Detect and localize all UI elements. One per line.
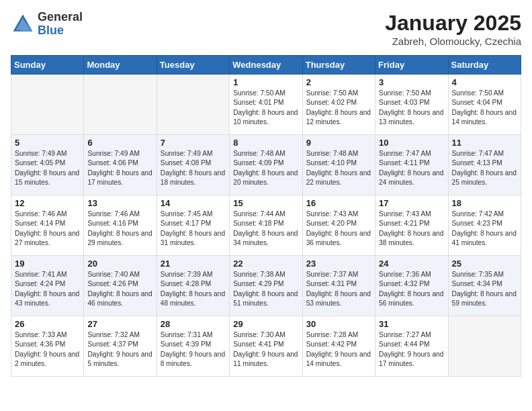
calendar-cell: 29Sunrise: 7:30 AMSunset: 4:41 PMDayligh… [230,316,302,377]
weekday-header: Sunday [11,56,84,75]
day-info: Sunrise: 7:32 AMSunset: 4:37 PMDaylight:… [87,330,152,369]
calendar-week-row: 19Sunrise: 7:41 AMSunset: 4:24 PMDayligh… [11,256,521,316]
day-number: 26 [15,319,80,329]
day-number: 25 [452,259,517,269]
day-info: Sunrise: 7:47 AMSunset: 4:11 PMDaylight:… [379,149,444,187]
day-number: 24 [379,259,444,269]
day-info: Sunrise: 7:49 AMSunset: 4:08 PMDaylight:… [161,149,226,187]
day-number: 16 [306,198,371,208]
calendar-cell: 19Sunrise: 7:41 AMSunset: 4:24 PMDayligh… [11,256,84,316]
day-info: Sunrise: 7:50 AMSunset: 4:03 PMDaylight:… [379,89,444,127]
day-number: 11 [452,138,517,148]
calendar-cell [157,75,229,135]
calendar-cell: 2Sunrise: 7:50 AMSunset: 4:02 PMDaylight… [302,75,375,135]
calendar-cell: 21Sunrise: 7:39 AMSunset: 4:28 PMDayligh… [157,256,229,316]
day-number: 22 [233,259,298,269]
day-info: Sunrise: 7:50 AMSunset: 4:04 PMDaylight:… [452,89,517,127]
day-number: 14 [161,198,226,208]
day-number: 10 [379,138,444,148]
day-number: 2 [306,77,371,87]
calendar-cell [11,75,84,135]
day-info: Sunrise: 7:35 AMSunset: 4:34 PMDaylight:… [452,270,517,308]
weekday-header: Friday [375,56,448,75]
weekday-header: Saturday [448,56,521,75]
calendar-week-row: 12Sunrise: 7:46 AMSunset: 4:14 PMDayligh… [11,195,521,256]
day-info: Sunrise: 7:30 AMSunset: 4:41 PMDaylight:… [233,330,298,369]
day-info: Sunrise: 7:49 AMSunset: 4:06 PMDaylight:… [87,149,152,187]
logo-general: General [38,11,83,24]
day-number: 1 [233,77,298,87]
day-info: Sunrise: 7:28 AMSunset: 4:42 PMDaylight:… [306,330,371,369]
calendar-cell: 14Sunrise: 7:45 AMSunset: 4:17 PMDayligh… [157,195,229,256]
day-info: Sunrise: 7:49 AMSunset: 4:05 PMDaylight:… [15,149,80,187]
day-number: 4 [452,77,517,87]
calendar-cell: 18Sunrise: 7:42 AMSunset: 4:23 PMDayligh… [448,195,521,256]
calendar-cell: 12Sunrise: 7:46 AMSunset: 4:14 PMDayligh… [11,195,84,256]
day-number: 17 [379,198,444,208]
day-info: Sunrise: 7:45 AMSunset: 4:17 PMDaylight:… [161,210,226,248]
calendar-cell: 28Sunrise: 7:31 AMSunset: 4:39 PMDayligh… [157,316,229,377]
day-number: 12 [15,198,80,208]
day-number: 21 [161,259,226,269]
day-number: 30 [306,319,371,329]
day-number: 31 [379,319,444,329]
calendar-cell: 3Sunrise: 7:50 AMSunset: 4:03 PMDaylight… [375,75,448,135]
calendar-cell: 7Sunrise: 7:49 AMSunset: 4:08 PMDaylight… [157,135,229,195]
weekday-header: Wednesday [230,56,302,75]
day-info: Sunrise: 7:42 AMSunset: 4:23 PMDaylight:… [452,210,517,248]
day-info: Sunrise: 7:50 AMSunset: 4:01 PMDaylight:… [233,89,298,127]
calendar-cell: 15Sunrise: 7:44 AMSunset: 4:18 PMDayligh… [230,195,302,256]
day-number: 23 [306,259,371,269]
day-info: Sunrise: 7:31 AMSunset: 4:39 PMDaylight:… [161,330,226,369]
day-number: 13 [87,198,152,208]
day-number: 27 [87,319,152,329]
calendar-cell: 10Sunrise: 7:47 AMSunset: 4:11 PMDayligh… [375,135,448,195]
calendar-cell: 5Sunrise: 7:49 AMSunset: 4:05 PMDaylight… [11,135,84,195]
day-number: 7 [161,138,226,148]
month-title: January 2025 [385,11,521,36]
calendar-cell: 17Sunrise: 7:43 AMSunset: 4:21 PMDayligh… [375,195,448,256]
logo-icon [11,12,35,36]
calendar-cell: 31Sunrise: 7:27 AMSunset: 4:44 PMDayligh… [375,316,448,377]
day-info: Sunrise: 7:38 AMSunset: 4:29 PMDaylight:… [233,270,298,308]
calendar-cell: 6Sunrise: 7:49 AMSunset: 4:06 PMDaylight… [84,135,157,195]
logo: General Blue [11,11,83,38]
title-area: January 2025 Zabreh, Olomoucky, Czechia [385,11,521,47]
day-info: Sunrise: 7:43 AMSunset: 4:21 PMDaylight:… [379,210,444,248]
day-info: Sunrise: 7:43 AMSunset: 4:20 PMDaylight:… [306,210,371,248]
weekday-header: Monday [84,56,157,75]
day-number: 20 [87,259,152,269]
calendar-week-row: 26Sunrise: 7:33 AMSunset: 4:36 PMDayligh… [11,316,521,377]
day-number: 28 [161,319,226,329]
day-info: Sunrise: 7:50 AMSunset: 4:02 PMDaylight:… [306,89,371,127]
calendar-cell [84,75,157,135]
calendar-cell: 20Sunrise: 7:40 AMSunset: 4:26 PMDayligh… [84,256,157,316]
calendar-cell: 25Sunrise: 7:35 AMSunset: 4:34 PMDayligh… [448,256,521,316]
day-info: Sunrise: 7:47 AMSunset: 4:13 PMDaylight:… [452,149,517,187]
day-info: Sunrise: 7:48 AMSunset: 4:10 PMDaylight:… [306,149,371,187]
day-number: 8 [233,138,298,148]
day-info: Sunrise: 7:36 AMSunset: 4:32 PMDaylight:… [379,270,444,308]
day-number: 9 [306,138,371,148]
day-info: Sunrise: 7:33 AMSunset: 4:36 PMDaylight:… [15,330,80,369]
day-info: Sunrise: 7:46 AMSunset: 4:16 PMDaylight:… [87,210,152,248]
day-info: Sunrise: 7:41 AMSunset: 4:24 PMDaylight:… [15,270,80,308]
day-info: Sunrise: 7:40 AMSunset: 4:26 PMDaylight:… [87,270,152,308]
weekday-header-row: SundayMondayTuesdayWednesdayThursdayFrid… [11,56,521,75]
day-number: 3 [379,77,444,87]
calendar-cell: 30Sunrise: 7:28 AMSunset: 4:42 PMDayligh… [302,316,375,377]
logo-blue: Blue [38,24,83,38]
weekday-header: Tuesday [157,56,229,75]
calendar-week-row: 1Sunrise: 7:50 AMSunset: 4:01 PMDaylight… [11,75,521,135]
day-number: 18 [452,198,517,208]
calendar-cell: 4Sunrise: 7:50 AMSunset: 4:04 PMDaylight… [448,75,521,135]
day-info: Sunrise: 7:48 AMSunset: 4:09 PMDaylight:… [233,149,298,187]
calendar-week-row: 5Sunrise: 7:49 AMSunset: 4:05 PMDaylight… [11,135,521,195]
calendar-cell: 24Sunrise: 7:36 AMSunset: 4:32 PMDayligh… [375,256,448,316]
day-number: 6 [87,138,152,148]
calendar-cell: 16Sunrise: 7:43 AMSunset: 4:20 PMDayligh… [302,195,375,256]
logo-text: General Blue [38,11,83,38]
calendar-cell: 8Sunrise: 7:48 AMSunset: 4:09 PMDaylight… [230,135,302,195]
day-number: 29 [233,319,298,329]
day-number: 19 [15,259,80,269]
